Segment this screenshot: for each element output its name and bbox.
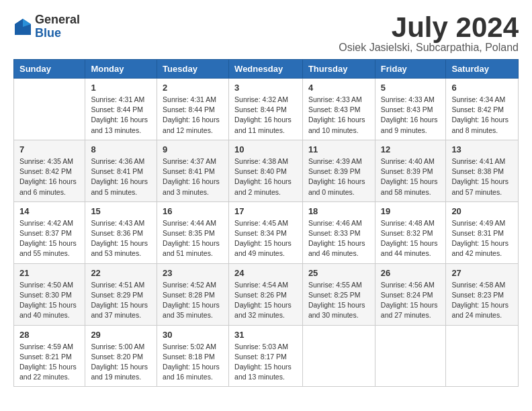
- calendar-cell: 21Sunrise: 4:50 AM Sunset: 8:30 PM Dayli…: [14, 263, 85, 325]
- day-number: 31: [234, 330, 297, 340]
- day-number: 5: [381, 83, 441, 93]
- calendar-cell: 10Sunrise: 4:38 AM Sunset: 8:40 PM Dayli…: [229, 140, 303, 201]
- week-row-1: 1Sunrise: 4:31 AM Sunset: 8:44 PM Daylig…: [14, 79, 519, 140]
- calendar-cell: 19Sunrise: 4:48 AM Sunset: 8:32 PM Dayli…: [375, 201, 446, 263]
- day-number: 22: [91, 268, 151, 278]
- day-info: Sunrise: 4:31 AM Sunset: 8:44 PM Dayligh…: [163, 95, 223, 136]
- day-info: Sunrise: 4:49 AM Sunset: 8:31 PM Dayligh…: [451, 218, 513, 259]
- logo-general: General: [35, 13, 80, 27]
- calendar-cell: 9Sunrise: 4:37 AM Sunset: 8:41 PM Daylig…: [157, 140, 229, 201]
- calendar-cell: 22Sunrise: 4:51 AM Sunset: 8:29 PM Dayli…: [85, 263, 157, 325]
- day-info: Sunrise: 4:58 AM Sunset: 8:23 PM Dayligh…: [451, 280, 513, 321]
- header-tuesday: Tuesday: [157, 60, 229, 79]
- day-info: Sunrise: 4:32 AM Sunset: 8:44 PM Dayligh…: [234, 95, 297, 136]
- day-number: 17: [234, 206, 297, 216]
- logo-icon: [13, 17, 32, 36]
- calendar-cell: 1Sunrise: 4:31 AM Sunset: 8:44 PM Daylig…: [85, 79, 157, 140]
- day-info: Sunrise: 4:37 AM Sunset: 8:41 PM Dayligh…: [163, 156, 223, 197]
- day-number: 9: [163, 144, 223, 154]
- header-wednesday: Wednesday: [229, 60, 303, 79]
- day-number: 28: [19, 330, 79, 340]
- day-info: Sunrise: 4:52 AM Sunset: 8:28 PM Dayligh…: [163, 280, 223, 321]
- day-info: Sunrise: 4:38 AM Sunset: 8:40 PM Dayligh…: [234, 156, 297, 197]
- calendar-cell: [446, 325, 519, 387]
- day-number: 19: [381, 206, 441, 216]
- day-number: 6: [451, 83, 513, 93]
- day-info: Sunrise: 4:45 AM Sunset: 8:34 PM Dayligh…: [234, 218, 297, 259]
- day-info: Sunrise: 4:56 AM Sunset: 8:24 PM Dayligh…: [381, 280, 441, 321]
- day-number: 16: [163, 206, 223, 216]
- day-number: 27: [451, 268, 513, 278]
- header-saturday: Saturday: [446, 60, 519, 79]
- day-info: Sunrise: 4:40 AM Sunset: 8:39 PM Dayligh…: [381, 156, 441, 197]
- day-info: Sunrise: 4:33 AM Sunset: 8:43 PM Dayligh…: [381, 95, 441, 136]
- location-subtitle: Osiek Jasielski, Subcarpathia, Poland: [339, 42, 519, 54]
- week-row-5: 28Sunrise: 4:59 AM Sunset: 8:21 PM Dayli…: [14, 325, 519, 387]
- day-info: Sunrise: 4:35 AM Sunset: 8:42 PM Dayligh…: [19, 156, 79, 197]
- day-number: 26: [381, 268, 441, 278]
- day-number: 14: [19, 206, 79, 216]
- day-number: 13: [451, 144, 513, 154]
- day-number: 20: [451, 206, 513, 216]
- week-row-2: 7Sunrise: 4:35 AM Sunset: 8:42 PM Daylig…: [14, 140, 519, 201]
- calendar-cell: 24Sunrise: 4:54 AM Sunset: 8:26 PM Dayli…: [229, 263, 303, 325]
- calendar-cell: 28Sunrise: 4:59 AM Sunset: 8:21 PM Dayli…: [14, 325, 85, 387]
- day-number: 29: [91, 330, 151, 340]
- day-number: 23: [163, 268, 223, 278]
- day-number: 24: [234, 268, 297, 278]
- day-number: 25: [308, 268, 369, 278]
- calendar-cell: 16Sunrise: 4:44 AM Sunset: 8:35 PM Dayli…: [157, 201, 229, 263]
- day-number: 21: [19, 268, 79, 278]
- day-number: 2: [163, 83, 223, 93]
- day-number: 11: [308, 144, 369, 154]
- calendar-cell: 13Sunrise: 4:41 AM Sunset: 8:38 PM Dayli…: [446, 140, 519, 201]
- day-info: Sunrise: 4:50 AM Sunset: 8:30 PM Dayligh…: [19, 280, 79, 321]
- calendar-cell: 5Sunrise: 4:33 AM Sunset: 8:43 PM Daylig…: [375, 79, 446, 140]
- day-number: 4: [308, 83, 369, 93]
- day-number: 30: [163, 330, 223, 340]
- day-info: Sunrise: 4:43 AM Sunset: 8:36 PM Dayligh…: [91, 218, 151, 259]
- logo-text: General Blue: [35, 13, 80, 40]
- calendar-cell: 15Sunrise: 4:43 AM Sunset: 8:36 PM Dayli…: [85, 201, 157, 263]
- calendar-cell: 4Sunrise: 4:33 AM Sunset: 8:43 PM Daylig…: [302, 79, 375, 140]
- day-number: 7: [19, 144, 79, 154]
- title-section: July 2024 Osiek Jasielski, Subcarpathia,…: [339, 13, 519, 54]
- calendar-table: SundayMondayTuesdayWednesdayThursdayFrid…: [13, 59, 519, 387]
- calendar-cell: 23Sunrise: 4:52 AM Sunset: 8:28 PM Dayli…: [157, 263, 229, 325]
- header-sunday: Sunday: [14, 60, 85, 79]
- day-info: Sunrise: 4:41 AM Sunset: 8:38 PM Dayligh…: [451, 156, 513, 197]
- logo: General Blue: [13, 13, 80, 40]
- day-number: 18: [308, 206, 369, 216]
- calendar-cell: 7Sunrise: 4:35 AM Sunset: 8:42 PM Daylig…: [14, 140, 85, 201]
- calendar-cell: 26Sunrise: 4:56 AM Sunset: 8:24 PM Dayli…: [375, 263, 446, 325]
- calendar-cell: 6Sunrise: 4:34 AM Sunset: 8:42 PM Daylig…: [446, 79, 519, 140]
- calendar-cell: [375, 325, 446, 387]
- day-info: Sunrise: 4:34 AM Sunset: 8:42 PM Dayligh…: [451, 95, 513, 136]
- month-title: July 2024: [339, 13, 519, 42]
- week-row-4: 21Sunrise: 4:50 AM Sunset: 8:30 PM Dayli…: [14, 263, 519, 325]
- calendar-cell: 25Sunrise: 4:55 AM Sunset: 8:25 PM Dayli…: [302, 263, 375, 325]
- day-info: Sunrise: 4:54 AM Sunset: 8:26 PM Dayligh…: [234, 280, 297, 321]
- calendar-cell: 30Sunrise: 5:02 AM Sunset: 8:18 PM Dayli…: [157, 325, 229, 387]
- day-info: Sunrise: 4:36 AM Sunset: 8:41 PM Dayligh…: [91, 156, 151, 197]
- day-info: Sunrise: 4:51 AM Sunset: 8:29 PM Dayligh…: [91, 280, 151, 321]
- day-info: Sunrise: 4:33 AM Sunset: 8:43 PM Dayligh…: [308, 95, 369, 136]
- calendar-cell: 3Sunrise: 4:32 AM Sunset: 8:44 PM Daylig…: [229, 79, 303, 140]
- day-info: Sunrise: 4:31 AM Sunset: 8:44 PM Dayligh…: [91, 95, 151, 136]
- week-row-3: 14Sunrise: 4:42 AM Sunset: 8:37 PM Dayli…: [14, 201, 519, 263]
- day-info: Sunrise: 5:02 AM Sunset: 8:18 PM Dayligh…: [163, 342, 223, 383]
- day-info: Sunrise: 4:44 AM Sunset: 8:35 PM Dayligh…: [163, 218, 223, 259]
- day-info: Sunrise: 5:03 AM Sunset: 8:17 PM Dayligh…: [234, 342, 297, 383]
- calendar-cell: 11Sunrise: 4:39 AM Sunset: 8:39 PM Dayli…: [302, 140, 375, 201]
- calendar-cell: 17Sunrise: 4:45 AM Sunset: 8:34 PM Dayli…: [229, 201, 303, 263]
- calendar-cell: [302, 325, 375, 387]
- header-monday: Monday: [85, 60, 157, 79]
- day-number: 10: [234, 144, 297, 154]
- day-info: Sunrise: 5:00 AM Sunset: 8:20 PM Dayligh…: [91, 342, 151, 383]
- day-number: 3: [234, 83, 297, 93]
- page-header: General Blue July 2024 Osiek Jasielski, …: [13, 13, 519, 54]
- day-info: Sunrise: 4:59 AM Sunset: 8:21 PM Dayligh…: [19, 342, 79, 383]
- calendar-header-row: SundayMondayTuesdayWednesdayThursdayFrid…: [14, 60, 519, 79]
- calendar-cell: 29Sunrise: 5:00 AM Sunset: 8:20 PM Dayli…: [85, 325, 157, 387]
- calendar-cell: 20Sunrise: 4:49 AM Sunset: 8:31 PM Dayli…: [446, 201, 519, 263]
